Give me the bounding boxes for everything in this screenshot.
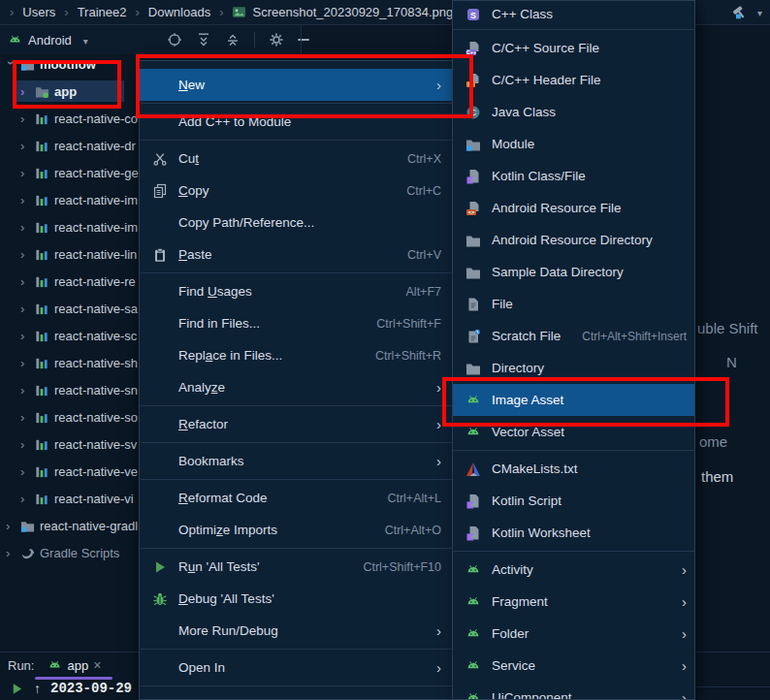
tree-item-react-native-module[interactable]: react-native-sh bbox=[0, 349, 139, 376]
menu-item-find-in-files[interactable]: Find in Files... Ctrl+Shift+F bbox=[140, 307, 455, 339]
submenu-item-uicomponent[interactable]: UiComponent bbox=[453, 682, 694, 700]
breadcrumb-trainee2[interactable]: Trainee2 bbox=[78, 5, 127, 19]
menu-separator bbox=[453, 29, 694, 30]
chevron-collapsed-icon[interactable] bbox=[6, 546, 16, 560]
project-view-selector[interactable]: Android bbox=[28, 33, 72, 48]
menu-item-more-run-debug[interactable]: More Run/Debug bbox=[140, 615, 455, 647]
tree-item-react-native-module[interactable]: react-native-ve bbox=[0, 458, 139, 485]
menu-item-copy-path[interactable]: Copy Path/Reference... bbox=[140, 207, 455, 239]
submenu-item-cmakelists[interactable]: CMakeLists.txt bbox=[453, 453, 694, 485]
close-tab-icon[interactable] bbox=[93, 657, 101, 673]
tree-item-gradle-scripts[interactable]: Gradle Scripts bbox=[0, 539, 139, 566]
tree-item-react-native-module[interactable]: react-native-lin bbox=[0, 240, 139, 268]
settings-gear-icon[interactable] bbox=[269, 32, 284, 48]
submenu-item-cpp-source[interactable]: C/C++ Source File bbox=[453, 32, 694, 64]
tree-item-react-native-module[interactable]: react-native-re bbox=[0, 268, 139, 295]
view-selector-caret-icon[interactable] bbox=[83, 33, 88, 48]
menu-item-optimize-imports[interactable]: Optimize Imports Ctrl+Alt+O bbox=[140, 514, 455, 546]
menu-item-reformat-code[interactable]: Reformat Code Ctrl+Alt+L bbox=[140, 482, 455, 514]
menu-item-bookmarks[interactable]: Bookmarks bbox=[140, 445, 455, 477]
menu-item-analyze[interactable]: Analyze bbox=[140, 371, 455, 403]
submenu-item-directory[interactable]: Directory bbox=[453, 352, 694, 384]
expand-all-icon[interactable] bbox=[196, 32, 211, 48]
chevron-collapsed-icon[interactable] bbox=[20, 166, 30, 180]
tree-item-react-native-module[interactable]: react-native-im bbox=[0, 186, 139, 213]
menu-item-cut[interactable]: Cut Ctrl+X bbox=[140, 143, 455, 175]
collapse-all-icon[interactable] bbox=[225, 32, 241, 48]
locate-file-icon[interactable] bbox=[167, 32, 182, 48]
tree-item-react-native-module[interactable]: react-native-sv bbox=[0, 430, 139, 458]
tree-item-react-native-module[interactable]: react-native-im bbox=[0, 213, 139, 240]
chevron-collapsed-icon[interactable] bbox=[6, 519, 16, 533]
chevron-collapsed-icon[interactable] bbox=[20, 410, 30, 425]
chevron-collapsed-icon[interactable] bbox=[20, 111, 30, 126]
tree-item-react-native-module[interactable]: react-native-sn bbox=[0, 376, 139, 403]
chevron-collapsed-icon[interactable] bbox=[20, 437, 30, 452]
chevron-collapsed-icon[interactable] bbox=[20, 84, 30, 99]
breadcrumb-users[interactable]: Users bbox=[22, 5, 55, 19]
chevron-collapsed-icon[interactable] bbox=[20, 302, 30, 316]
tree-item-app[interactable]: app bbox=[0, 78, 139, 105]
submenu-item-android-resource-directory[interactable]: Android Resource Directory bbox=[453, 224, 694, 256]
menu-item-open-in[interactable]: Open In bbox=[140, 652, 455, 684]
tree-item-react-native-module[interactable]: react-native-ge bbox=[0, 159, 139, 186]
chevron-collapsed-icon[interactable] bbox=[20, 492, 30, 506]
submenu-item-kotlin-class[interactable]: Kotlin Class/File bbox=[453, 160, 694, 192]
scroll-up-icon[interactable] bbox=[34, 680, 41, 697]
tree-item-mootflow[interactable]: mootflow bbox=[0, 50, 139, 78]
tree-item-react-native-module[interactable]: react-native-so bbox=[0, 403, 139, 430]
breadcrumb-file[interactable]: Screenshot_20230929_170834.png bbox=[232, 5, 453, 19]
menu-item-refactor[interactable]: Refactor bbox=[140, 408, 455, 440]
tree-item-react-native-module[interactable]: react-native-sa bbox=[0, 295, 139, 322]
tree-item-react-native-module[interactable]: react-native-vi bbox=[0, 485, 139, 512]
chevron-collapsed-icon[interactable] bbox=[20, 329, 30, 343]
submenu-item-fragment[interactable]: Fragment bbox=[453, 586, 694, 618]
submenu-item-sample-data-directory[interactable]: Sample Data Directory bbox=[453, 256, 694, 288]
submenu-item-cpp-header[interactable]: C/C++ Header File bbox=[453, 64, 694, 96]
panel-border bbox=[301, 25, 302, 54]
submenu-item-vector-asset[interactable]: Vector Asset bbox=[453, 416, 694, 448]
menu-item-local-history[interactable]: Local History bbox=[140, 688, 455, 700]
chevron-collapsed-icon[interactable] bbox=[20, 220, 30, 235]
build-hammer-icon[interactable] bbox=[730, 5, 746, 20]
chevron-collapsed-icon[interactable] bbox=[20, 356, 30, 370]
submenu-item-service[interactable]: Service bbox=[453, 650, 694, 682]
menu-item-copy[interactable]: Copy Ctrl+C bbox=[140, 175, 455, 207]
rerun-play-icon[interactable] bbox=[10, 682, 24, 696]
chevron-collapsed-icon[interactable] bbox=[20, 274, 30, 289]
submenu-item-scratch-file[interactable]: Scratch File Ctrl+Alt+Shift+Insert bbox=[453, 320, 694, 352]
menu-item-find-usages[interactable]: Find Usages Alt+F7 bbox=[140, 275, 455, 307]
tree-item-react-native-module[interactable]: react-native-dr bbox=[0, 132, 139, 159]
menu-item-debug-all-tests[interactable]: Debug 'All Tests' bbox=[140, 583, 455, 615]
submenu-item-android-resource-file[interactable]: Android Resource File bbox=[453, 192, 694, 224]
submenu-item-cpp-class[interactable]: C++ Class bbox=[453, 1, 694, 27]
submenu-item-java-class[interactable]: Java Class bbox=[453, 96, 694, 128]
menu-item-replace-in-files[interactable]: Replace in Files... Ctrl+Shift+R bbox=[140, 339, 455, 371]
tree-item-react-native-gradle[interactable]: react-native-gradl bbox=[0, 512, 139, 539]
tree-item-react-native-module[interactable]: react-native-co bbox=[0, 105, 139, 132]
menu-item-add-cpp[interactable]: Add C++ to Module bbox=[140, 106, 455, 138]
submenu-item-activity[interactable]: Activity bbox=[453, 554, 694, 586]
chevron-collapsed-icon[interactable] bbox=[20, 139, 30, 153]
chevron-collapsed-icon[interactable] bbox=[20, 383, 30, 398]
submenu-item-image-asset[interactable]: Image Asset bbox=[453, 384, 694, 416]
submenu-item-module[interactable]: Module bbox=[453, 128, 694, 160]
run-tab-app[interactable]: app bbox=[48, 657, 101, 673]
shortcut-label: Alt+F7 bbox=[406, 285, 441, 299]
submenu-item-kotlin-worksheet[interactable]: Kotlin Worksheet bbox=[453, 517, 694, 549]
menu-item-run-all-tests[interactable]: Run 'All Tests' Ctrl+Shift+F10 bbox=[140, 551, 455, 583]
file-icon bbox=[465, 297, 481, 312]
hide-panel-icon[interactable] bbox=[298, 39, 309, 41]
tree-item-react-native-module[interactable]: react-native-sc bbox=[0, 322, 139, 349]
breadcrumb-downloads[interactable]: Downloads bbox=[148, 5, 210, 19]
chevron-collapsed-icon[interactable] bbox=[20, 247, 30, 262]
build-dropdown-caret-icon[interactable] bbox=[757, 5, 762, 19]
submenu-item-folder[interactable]: Folder bbox=[453, 618, 694, 650]
submenu-item-file[interactable]: File bbox=[453, 288, 694, 320]
menu-item-new[interactable]: New bbox=[140, 69, 455, 101]
submenu-item-kotlin-script[interactable]: Kotlin Script bbox=[453, 485, 694, 517]
chevron-collapsed-icon[interactable] bbox=[20, 193, 30, 207]
menu-item-paste[interactable]: Paste Ctrl+V bbox=[140, 239, 455, 270]
chevron-collapsed-icon[interactable] bbox=[20, 464, 30, 479]
chevron-expanded-icon[interactable] bbox=[4, 60, 18, 70]
